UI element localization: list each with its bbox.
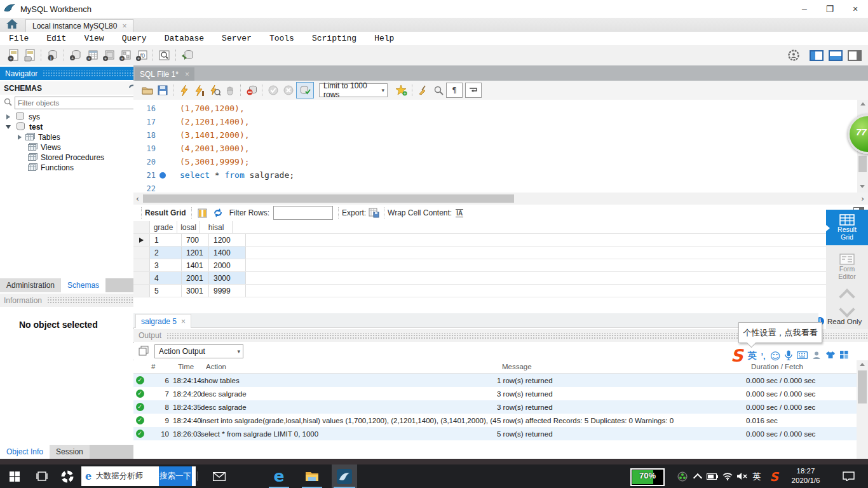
close-button[interactable]: × [843,0,868,18]
refresh-results-icon[interactable] [210,206,226,220]
table-row[interactable]: 420013000 [133,272,826,285]
collapse-arrow-icon[interactable] [6,125,11,129]
limit-rows-dropdown[interactable]: Limit to 1000 rows ▾ [319,83,388,97]
tree-item-sys[interactable]: sys [0,112,133,122]
tree-item-stored-procedures[interactable]: Stored Procedures [0,152,133,163]
scrollbar-thumb[interactable] [858,370,867,403]
menu-server[interactable]: Server [213,34,261,43]
table-row[interactable]: 212011400 [133,247,826,259]
beautify-script-icon[interactable] [416,83,431,97]
taskbar-mysql-workbench-icon[interactable] [332,464,357,488]
sql-file-tab[interactable]: SQL File 1* × [135,67,194,81]
toggle-stop-on-error-icon[interactable] [244,83,259,97]
scroll-right-arrow-icon[interactable]: › [861,194,864,203]
task-view-button[interactable] [29,464,55,488]
tree-item-test[interactable]: test [0,122,133,132]
toggle-word-wrap-icon[interactable] [465,83,482,98]
tray-volume-muted-icon[interactable] [734,464,750,488]
create-schema-icon[interactable]: + [67,48,84,63]
connection-tab-close-icon[interactable]: × [122,22,126,30]
tree-item-views[interactable]: Views [0,142,133,152]
form-editor-view-button[interactable]: FormEditor [826,249,868,285]
connection-tab[interactable]: Local instance MySQL80 × [25,19,133,32]
column-header-losal[interactable]: losal [177,221,200,233]
tray-battery-icon[interactable] [704,464,721,488]
toolbox-grid-icon[interactable] [840,351,848,361]
taskbar-mail-icon[interactable] [207,464,231,488]
menu-help[interactable]: Help [365,34,403,43]
tray-show-hidden-icon[interactable] [691,464,704,488]
sogou-logo-icon[interactable]: S [731,347,743,365]
list-item[interactable]: ✓ 918:24:40 insert into salgrade(grade,l… [133,414,857,427]
scrollbar-thumb[interactable] [143,194,514,203]
tab-schemas[interactable]: Schemas [61,278,105,292]
menu-edit[interactable]: Edit [37,34,75,43]
scroll-down-arrow-icon[interactable] [860,185,865,188]
scrollbar-thumb[interactable] [858,156,867,172]
menu-file[interactable]: File [0,34,37,43]
tab-object-info[interactable]: Object Info [0,445,50,459]
open-file-icon[interactable] [140,83,155,97]
menu-query[interactable]: Query [113,34,156,43]
table-row[interactable]: 314012000 [133,259,826,272]
export-results-icon[interactable] [366,206,381,220]
tree-item-functions[interactable]: Functions [0,163,133,173]
panel-expander[interactable] [826,291,868,315]
list-item[interactable]: ✓ 818:24:35 desc salgrade3 row(s) return… [133,400,857,414]
sql-file-tab-close-icon[interactable]: × [185,70,189,79]
commit-icon[interactable] [266,83,281,97]
expand-arrow-icon[interactable] [18,135,22,140]
filter-rows-input[interactable] [273,206,333,220]
reconnect-dbms-icon[interactable] [179,48,196,63]
toggle-invisible-chars-icon[interactable]: ¶ [446,83,463,98]
browser-pinwheel-icon[interactable] [55,464,80,488]
restore-button[interactable]: ❐ [817,0,843,18]
new-sql-tab-icon[interactable]: + [5,48,22,63]
create-table-icon[interactable]: + [84,48,100,63]
save-snippet-icon[interactable]: + [394,83,409,97]
list-item[interactable]: ✓ 1018:26:03 select * from salgrade LIMI… [133,427,857,440]
tray-wifi-icon[interactable] [720,464,735,488]
expand-arrow-icon[interactable] [6,114,10,119]
create-view-icon[interactable]: + [100,48,117,63]
result-grid-view-button[interactable]: ResultGrid [826,210,868,245]
notification-center-icon[interactable] [837,464,859,488]
open-sql-file-icon[interactable] [22,48,38,63]
tray-ime-lang-indicator[interactable]: 英 [750,464,764,488]
result-tab-close-icon[interactable]: × [181,317,186,326]
table-row[interactable]: 530019999 [133,285,826,297]
toggle-sidebar-left-icon[interactable] [808,48,825,63]
toggle-output-area-icon[interactable] [827,48,844,63]
output-vertical-scrollbar[interactable] [857,360,868,459]
wrap-cell-content-icon[interactable]: IA [456,209,463,217]
ime-lang-toggle[interactable]: 英 [747,350,756,362]
tray-antivirus-icon[interactable] [675,464,690,488]
skin-shirt-icon[interactable] [825,351,836,361]
ime-punctuation-toggle[interactable]: ’, [761,351,765,361]
battery-widget[interactable]: 70% [630,468,665,486]
result-tab-salgrade[interactable]: salgrade 5 × [135,314,191,328]
explain-statement-icon[interactable] [207,83,222,97]
tray-sogou-icon[interactable]: S [766,464,782,488]
grid-columns-icon[interactable] [195,206,210,220]
soft-keyboard-icon[interactable] [797,351,808,361]
preferences-icon[interactable] [785,48,802,63]
voice-input-icon[interactable] [785,350,792,362]
scroll-up-arrow-icon[interactable] [860,102,865,105]
column-header-hisal[interactable]: hisal [200,221,233,233]
menu-scripting[interactable]: Scripting [303,34,365,43]
home-icon[interactable] [6,19,18,30]
scroll-left-arrow-icon[interactable]: ‹ [136,194,139,203]
execute-current-statement-icon[interactable] [192,83,207,97]
tab-session[interactable]: Session [50,445,90,459]
taskbar-clock[interactable]: 18:27 2020/1/6 [787,466,825,485]
stop-query-hand-icon[interactable] [222,83,238,97]
save-file-icon[interactable] [155,83,170,97]
menu-tools[interactable]: Tools [261,34,303,43]
ime-account-icon[interactable] [812,351,821,362]
output-mode-dropdown[interactable]: Action Output ▾ [154,344,243,358]
editor-horizontal-scrollbar[interactable]: ‹ › [133,193,868,205]
menu-view[interactable]: View [75,34,112,43]
minimize-button[interactable]: – [792,0,817,18]
create-procedure-icon[interactable]: + [117,48,133,63]
